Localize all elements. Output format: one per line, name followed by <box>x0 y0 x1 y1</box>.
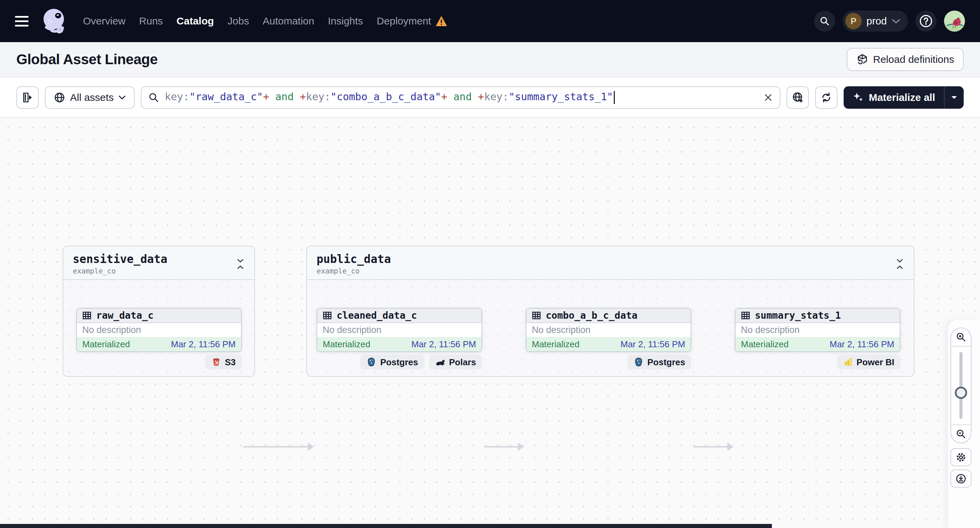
asset-kind-badges: Postgres Polars <box>360 355 482 369</box>
materialize-all-button[interactable]: Materialize all <box>844 86 964 109</box>
postgres-icon <box>366 357 376 367</box>
badge-s3[interactable]: S3 <box>205 355 242 369</box>
search-icon <box>819 16 830 26</box>
environment-name: prod <box>866 15 887 27</box>
nav-item-catalog[interactable]: Catalog <box>177 15 214 27</box>
toggle-sidebar-button[interactable] <box>16 86 39 109</box>
edge-raw-to-cleaned <box>243 446 308 447</box>
table-icon <box>322 311 332 320</box>
asset-kind-badges: Postgres <box>627 355 691 369</box>
collapse-group-icon[interactable] <box>236 258 245 270</box>
asset-materialization-time[interactable]: Mar 2, 11:56 PM <box>412 339 476 350</box>
collapse-group-icon[interactable] <box>895 258 904 270</box>
primary-nav: Overview Runs Catalog Jobs Automation In… <box>83 15 447 27</box>
sparkles-icon <box>853 92 864 103</box>
table-icon <box>531 311 541 320</box>
badge-polars[interactable]: Polars <box>429 355 482 369</box>
environment-switcher[interactable]: P prod <box>843 11 908 32</box>
table-icon <box>741 311 751 320</box>
asset-node-cleaned-data-c[interactable]: cleaned_data_c No description Materializ… <box>317 308 482 352</box>
asset-description: No description <box>77 323 241 337</box>
environment-initial-badge: P <box>845 13 862 29</box>
nav-item-deployment[interactable]: Deployment <box>377 15 447 27</box>
reload-cube-icon <box>856 53 869 66</box>
asset-materialization-time[interactable]: Mar 2, 11:56 PM <box>620 339 685 350</box>
lineage-toolbar: All assets key:"raw_data_c"+ and +key:"c… <box>0 78 980 118</box>
nav-item-overview[interactable]: Overview <box>83 15 126 27</box>
query-token: + <box>300 91 306 103</box>
nav-item-automation[interactable]: Automation <box>262 15 314 27</box>
refresh-graph-button[interactable] <box>815 86 837 109</box>
navbar-actions: P prod <box>814 11 965 32</box>
user-avatar[interactable] <box>944 11 965 32</box>
nav-item-jobs[interactable]: Jobs <box>228 15 249 27</box>
zoom-slider[interactable] <box>951 347 971 424</box>
nav-item-insights[interactable]: Insights <box>328 15 363 27</box>
help-button[interactable] <box>915 11 937 32</box>
bottom-edge-strip <box>0 524 772 528</box>
nav-item-runs[interactable]: Runs <box>139 15 163 27</box>
clear-search-icon[interactable] <box>764 93 773 102</box>
query-token: + <box>478 91 484 103</box>
query-token: "combo_a_b_c_data" <box>331 91 441 103</box>
download-graph-button[interactable] <box>950 469 972 488</box>
globe-icon <box>54 92 65 103</box>
asset-materialization-time[interactable]: Mar 2, 11:56 PM <box>830 339 894 350</box>
lineage-canvas[interactable]: sensitive_data example_co public_data ex… <box>0 118 980 528</box>
asset-node-combo-a-b-c-data[interactable]: combo_a_b_c_data No description Material… <box>526 308 691 352</box>
edge-combo-to-summary <box>694 446 728 447</box>
asset-status: Materialized <box>323 339 370 350</box>
asset-name: raw_data_c <box>96 310 154 321</box>
graph-settings-button[interactable] <box>950 448 972 466</box>
gear-icon <box>956 452 966 463</box>
badge-postgres[interactable]: Postgres <box>627 355 691 369</box>
asset-kind-badges: S3 <box>205 355 242 369</box>
query-token: + <box>441 91 447 103</box>
asset-name: combo_a_b_c_data <box>546 310 638 321</box>
asset-status: Materialized <box>532 339 579 350</box>
open-in-new-scope-button[interactable] <box>786 86 809 109</box>
query-token: "raw_data_c" <box>189 91 263 103</box>
query-token: "summary_stats_1" <box>509 91 613 103</box>
chevron-down-icon <box>118 95 126 100</box>
badge-postgres[interactable]: Postgres <box>360 355 424 369</box>
zoom-slider-thumb[interactable] <box>955 387 967 399</box>
asset-status: Materialized <box>82 339 130 350</box>
materialize-options-caret[interactable] <box>945 86 964 109</box>
refresh-icon <box>821 92 832 103</box>
polars-icon <box>435 358 445 366</box>
download-icon <box>956 473 966 484</box>
zoom-in-button[interactable] <box>951 328 971 347</box>
asset-materialization-time[interactable]: Mar 2, 11:56 PM <box>171 339 235 350</box>
query-token: and <box>447 91 478 103</box>
group-header[interactable]: sensitive_data example_co <box>63 246 255 280</box>
asset-kind-badges: Power BI <box>837 355 900 369</box>
zoom-slider-track[interactable] <box>959 352 963 419</box>
asset-description: No description <box>317 323 482 337</box>
reload-definitions-button[interactable]: Reload definitions <box>847 48 964 71</box>
materialize-all-main[interactable]: Materialize all <box>844 86 944 109</box>
badge-power-bi[interactable]: Power BI <box>837 355 900 369</box>
asset-node-summary-stats-1[interactable]: summary_stats_1 No description Materiali… <box>735 308 900 352</box>
help-icon <box>919 14 933 28</box>
s3-bucket-icon <box>212 357 221 367</box>
query-token: + <box>263 91 269 103</box>
asset-scope-filter[interactable]: All assets <box>45 86 135 109</box>
top-navbar: Overview Runs Catalog Jobs Automation In… <box>0 0 980 42</box>
asset-node-raw-data-c[interactable]: raw_data_c No description Materialized M… <box>76 308 242 352</box>
dagster-logo[interactable] <box>39 6 69 36</box>
deployment-warning-icon <box>435 15 447 27</box>
power-bi-icon <box>843 357 853 367</box>
globe-plus-icon <box>792 91 804 104</box>
global-search-button[interactable] <box>814 11 835 32</box>
page-header: Global Asset Lineage Reload definitions <box>0 42 980 78</box>
query-token: key: <box>165 91 189 103</box>
postgres-icon <box>633 357 644 367</box>
hamburger-menu-icon[interactable] <box>15 16 30 27</box>
group-code-location: example_co <box>73 267 167 275</box>
zoom-out-button[interactable] <box>951 424 971 443</box>
asset-search-input[interactable]: key:"raw_data_c"+ and +key:"combo_a_b_c_… <box>141 86 780 109</box>
zoom-controls <box>950 328 972 443</box>
group-header[interactable]: public_data example_co <box>307 246 914 280</box>
page-title: Global Asset Lineage <box>16 51 158 68</box>
